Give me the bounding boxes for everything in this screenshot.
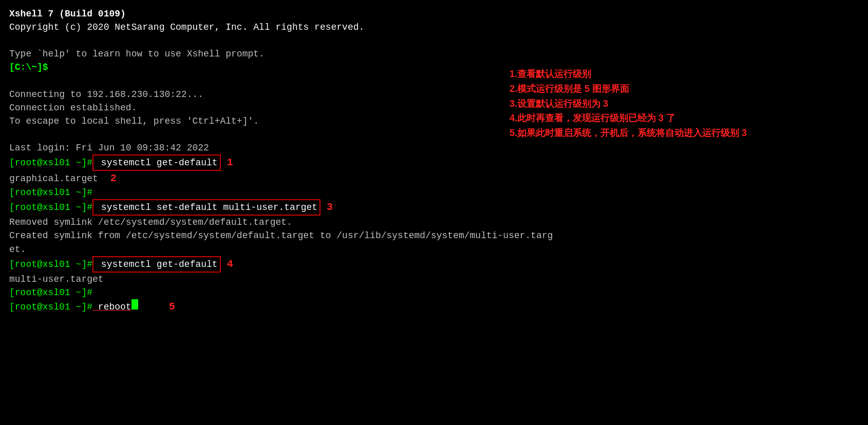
annotation-panel: 1.查看默认运行级别 2.模式运行级别是 5 图形界面 3.设置默认运行级别为 …: [510, 67, 859, 141]
annotation-3: 3.设置默认运行级别为 3: [510, 96, 859, 111]
last-login: Last login: Fri Jun 10 09:38:42 2022: [9, 141, 859, 154]
created2-line: et.: [9, 243, 859, 256]
multi-line: multi-user.target: [9, 273, 859, 286]
prompt4: [root@xsl01 ~]#: [9, 201, 92, 214]
step4-label: 4: [221, 257, 233, 272]
cursor: [131, 299, 138, 310]
prompt2: [root@xsl01 ~]#: [9, 156, 92, 169]
prompt3: [root@xsl01 ~]#: [9, 186, 859, 199]
annotation-2: 2.模式运行级别是 5 图形界面: [510, 82, 859, 96]
help-line: Type `help' to learn how to use Xshell p…: [9, 47, 859, 61]
created-line: Created symlink from /etc/systemd/system…: [9, 229, 859, 242]
removed-line: Removed symlink /etc/systemd/system/defa…: [9, 216, 859, 229]
annotation-4: 4.此时再查看，发现运行级别已经为 3 了: [510, 111, 859, 126]
prompt7: [root@xsl01 ~]#: [9, 300, 92, 314]
cmd1-line: [root@xsl01 ~]# systemctl get-default 1: [9, 154, 859, 171]
copyright-line: Copyright (c) 2020 NetSarang Computer, I…: [9, 21, 859, 34]
step3-label: 3: [320, 200, 333, 215]
prompt-c: [C:\~]$: [9, 61, 48, 74]
cmd2-line: [root@xsl01 ~]# systemctl set-default mu…: [9, 199, 859, 216]
prompt6: [root@xsl01 ~]#: [9, 286, 859, 299]
title-line: Xshell 7 (Build 0109): [9, 7, 859, 21]
step5-label: 5: [138, 299, 175, 314]
cmd4-text: reboot: [92, 300, 131, 314]
cmd3-line: [root@xsl01 ~]# systemctl get-default 4: [9, 256, 859, 273]
graphical-line: graphical.target 2: [9, 171, 859, 186]
annotation-1: 1.查看默认运行级别: [510, 67, 859, 82]
cmd3-box: systemctl get-default: [92, 256, 221, 273]
cmd1-box: systemctl get-default: [92, 154, 221, 171]
terminal-window: Xshell 7 (Build 0109) Copyright (c) 2020…: [0, 0, 868, 425]
cmd2-box: systemctl set-default multi-user.target: [92, 199, 320, 216]
step1-label: 1: [221, 155, 233, 170]
step2-label: 2: [98, 171, 117, 186]
graphical-text: graphical.target: [9, 172, 98, 185]
cmd4-line: [root@xsl01 ~]# reboot 5: [9, 299, 859, 314]
annotation-5: 5.如果此时重启系统，开机后，系统将自动进入运行级别 3: [510, 126, 859, 141]
prompt5: [root@xsl01 ~]#: [9, 258, 92, 271]
